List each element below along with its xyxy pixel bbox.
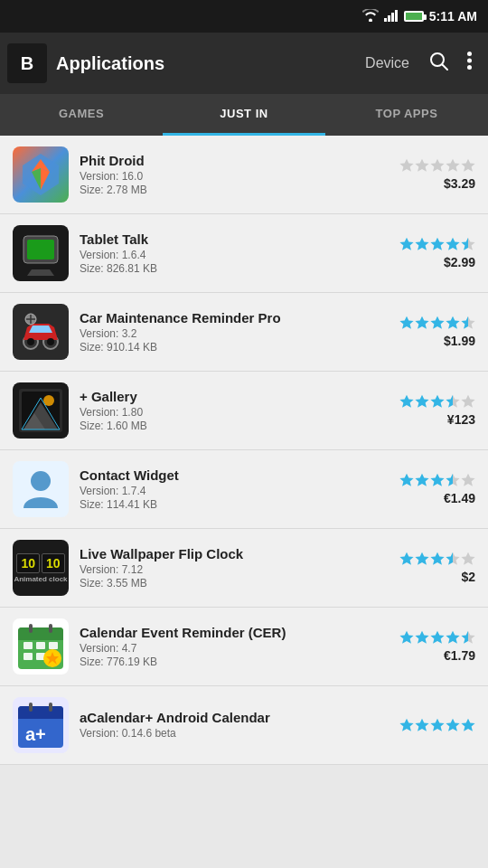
star-icon — [430, 158, 445, 173]
app-size: Size: 3.55 MB — [80, 577, 399, 590]
tab-games[interactable]: GAMES — [0, 94, 163, 136]
star-icon — [415, 394, 429, 409]
svg-line-5 — [443, 64, 448, 70]
list-item[interactable]: Calendar Event Reminder (CER) Version: 4… — [0, 608, 488, 686]
device-button[interactable]: Device — [354, 48, 420, 79]
svg-rect-84 — [49, 703, 52, 712]
svg-marker-59 — [430, 552, 444, 565]
search-button[interactable] — [420, 44, 458, 83]
star-icon — [461, 394, 475, 409]
app-version: Version: 1.6.4 — [80, 249, 399, 261]
star-icon — [415, 473, 429, 487]
star-icon — [461, 718, 475, 732]
star-icon — [399, 473, 414, 487]
svg-point-29 — [27, 338, 34, 345]
star-icon — [446, 237, 460, 251]
list-item[interactable]: Car Maintenance Reminder Pro Version: 3.… — [0, 293, 488, 372]
list-item[interactable]: Contact Widget Version: 1.7.4 Size: 114.… — [0, 450, 488, 529]
svg-marker-23 — [446, 238, 459, 250]
signal-icon — [384, 9, 399, 24]
svg-marker-49 — [446, 395, 459, 408]
app-name: Calendar Event Reminder (CER) — [80, 625, 399, 640]
svg-marker-85 — [399, 719, 413, 731]
star-icon — [430, 718, 445, 732]
app-info: Live Wallpaper Flip Clock Version: 7.12 … — [80, 546, 399, 590]
app-size: Size: 826.81 KB — [80, 262, 399, 275]
app-info: Calendar Event Reminder (CER) Version: 4… — [80, 625, 399, 668]
star-icon — [415, 630, 429, 645]
car-maintenance-app-icon — [13, 304, 69, 360]
star-icon — [446, 718, 460, 732]
star-icon — [446, 394, 460, 409]
app-icon-container: a+ — [13, 697, 69, 753]
star-icon — [461, 552, 475, 566]
svg-rect-72 — [29, 624, 33, 633]
svg-rect-0 — [384, 18, 387, 22]
list-item[interactable]: a+ aCalendar+ Android Calendar Version: … — [0, 686, 488, 765]
app-version: Version: 4.7 — [80, 642, 399, 655]
app-name: Live Wallpaper Flip Clock — [80, 546, 399, 561]
tab-top-apps[interactable]: TOP APPS — [325, 94, 488, 136]
app-version: Version: 1.80 — [80, 406, 399, 419]
svg-marker-21 — [415, 238, 428, 250]
svg-text:a+: a+ — [25, 724, 46, 744]
star-icon — [415, 718, 429, 732]
svg-marker-38 — [461, 316, 474, 329]
svg-point-51 — [31, 471, 51, 491]
svg-marker-24 — [461, 238, 474, 250]
tab-just-in[interactable]: JUST IN — [163, 94, 325, 136]
svg-marker-50 — [461, 395, 474, 408]
svg-marker-88 — [446, 719, 459, 731]
app-price: €1.49 — [444, 491, 475, 505]
top-bar: B Applications Device — [0, 33, 488, 94]
app-info: + Gallery Version: 1.80 Size: 1.60 MB — [80, 389, 399, 432]
app-version: Version: 16.0 — [80, 170, 399, 183]
star-icon — [446, 316, 460, 330]
list-item[interactable]: Tablet Talk Version: 1.6.4 Size: 826.81 … — [0, 214, 488, 293]
star-icon — [461, 473, 475, 487]
app-price: €1.79 — [444, 648, 475, 663]
app-size: Size: 910.14 KB — [80, 341, 399, 354]
svg-rect-64 — [18, 635, 63, 640]
list-item[interactable]: 10 10 Animated clock Live Wallpaper Flip… — [0, 529, 488, 608]
svg-marker-58 — [415, 552, 428, 565]
app-size: Size: 1.60 MB — [80, 420, 399, 432]
svg-point-30 — [47, 338, 54, 345]
svg-point-6 — [467, 52, 472, 56]
star-icon — [461, 630, 475, 645]
more-options-button[interactable] — [458, 44, 481, 82]
svg-marker-86 — [415, 719, 428, 731]
svg-marker-15 — [430, 159, 444, 172]
svg-marker-77 — [446, 631, 459, 644]
star-icon — [446, 552, 460, 566]
app-icon-container — [13, 304, 69, 360]
list-item[interactable]: Phit Droid Version: 16.0 Size: 2.78 MB — [0, 136, 488, 214]
battery-icon — [404, 11, 424, 22]
app-rating-price — [399, 718, 475, 732]
star-icon — [430, 630, 445, 645]
app-rating-price: $2 — [399, 552, 475, 584]
star-icon — [399, 552, 414, 566]
star-icon — [399, 316, 414, 330]
star-icon — [399, 237, 414, 251]
svg-marker-56 — [461, 474, 474, 486]
tab-bar: GAMES JUST IN TOP APPS — [0, 94, 488, 136]
svg-marker-16 — [446, 159, 459, 172]
app-icon-container — [13, 225, 69, 281]
svg-rect-68 — [23, 653, 33, 660]
app-rating-price: $2.99 — [399, 237, 475, 269]
app-icon-container — [13, 618, 69, 675]
list-item[interactable]: + Gallery Version: 1.80 Size: 1.60 MB — [0, 372, 488, 450]
app-size: Size: 2.78 MB — [80, 184, 399, 196]
star-icon — [415, 158, 429, 173]
svg-marker-13 — [399, 159, 413, 172]
star-icon — [461, 316, 475, 330]
status-time: 5:11 AM — [429, 9, 477, 24]
app-name: Car Maintenance Reminder Pro — [80, 310, 399, 326]
svg-marker-76 — [430, 631, 444, 644]
acalendar-app-icon: a+ — [13, 697, 69, 753]
app-price: $2 — [461, 570, 475, 584]
svg-rect-3 — [395, 10, 398, 22]
star-icon — [430, 237, 445, 251]
svg-marker-36 — [430, 316, 444, 329]
